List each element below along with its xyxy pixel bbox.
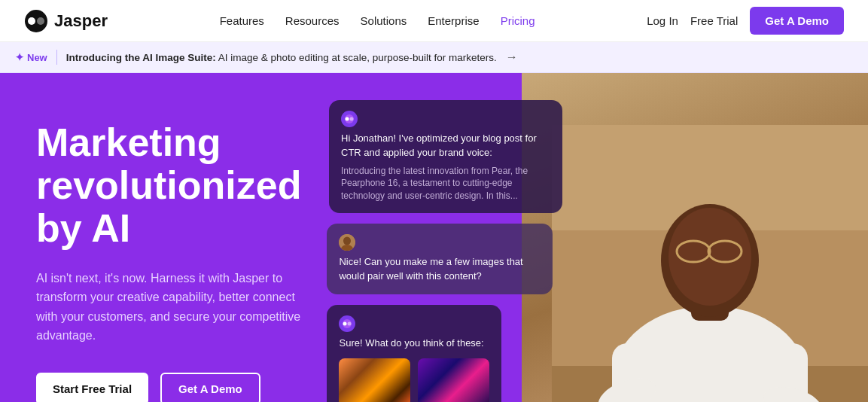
user-avatar-svg [339,234,355,251]
person-silhouette [552,125,868,402]
svg-point-26 [343,321,347,325]
nav-features[interactable]: Features [220,14,264,27]
chat-area: Hi Jonathan! I've optimized your blog po… [315,88,574,402]
bubble-1-body: Hi Jonathan! I've optimized your blog po… [341,132,550,160]
nav-pricing[interactable]: Pricing [501,14,535,27]
free-trial-link[interactable]: Free Trial [690,14,738,27]
ai-icon-2-svg [342,318,352,329]
navbar: Jasper Features Resources Solutions Ente… [0,0,868,42]
announcement-arrow[interactable]: → [506,50,518,64]
hero-title-line2: revolutionized by AI [36,163,301,250]
bubble-2-header [339,234,541,251]
bubble-1-header [341,111,550,127]
hero-title: Marketing revolutionized by AI [36,121,301,251]
svg-point-23 [343,237,351,245]
hero-left: Marketing revolutionized by AI AI isn't … [0,73,337,402]
hero-section: Marketing revolutionized by AI AI isn't … [0,73,868,402]
announcement-bold: Introducing the AI Image Suite: [66,52,216,63]
ai-icon-svg [344,114,355,124]
nav-enterprise[interactable]: Enterprise [428,14,479,27]
svg-point-21 [350,117,354,121]
bubble-2-body: Nice! Can you make me a few images that … [339,255,541,284]
svg-point-1 [28,17,35,25]
hero-buttons: Start Free Trial Get A Demo [36,373,301,402]
announcement-badge: ✦ New [15,51,47,63]
announcement-rest: AI image & photo editing at scale, purpo… [218,52,497,63]
jasper-logo-icon [24,9,48,33]
nav-resources[interactable]: Resources [285,14,340,27]
hero-subtitle: AI isn't next, it's now. Harness it with… [36,269,301,346]
get-demo-button[interactable]: Get A Demo [750,7,844,35]
bubble-3-body: Sure! What do you think of these: [339,337,489,351]
person-svg [552,125,868,402]
hero-right-inner: Jonathan Growth Marketer [337,73,868,402]
hero-get-demo-button[interactable]: Get A Demo [160,373,260,402]
bubble-images [339,358,489,402]
jasper-ai-icon [341,111,358,127]
svg-point-27 [348,321,352,325]
jasper-ai-icon-2 [339,315,355,332]
announcement-new-label: New [27,52,47,63]
announcement-divider [56,50,57,65]
hero-right: Jonathan Growth Marketer [337,73,868,402]
nav-solutions[interactable]: Solutions [361,14,407,27]
generated-image-2 [418,358,489,402]
bubble-3-header [339,315,489,332]
login-link[interactable]: Log In [647,14,678,27]
star-icon: ✦ [15,51,24,63]
announcement-text[interactable]: Introducing the AI Image Suite: AI image… [66,52,497,63]
brand-name: Jasper [54,11,108,31]
nav-actions: Log In Free Trial Get A Demo [647,7,844,35]
bubble-1-subtext: Introducing the latest innovation from P… [341,165,550,203]
chat-bubble-1: Hi Jonathan! I've optimized your blog po… [329,100,562,213]
generated-image-1 [339,358,410,402]
chat-bubble-2: Nice! Can you make me a few images that … [327,224,553,294]
svg-point-20 [346,117,349,121]
nav-links: Features Resources Solutions Enterprise … [220,14,535,27]
logo[interactable]: Jasper [24,9,108,33]
person-photo: Jonathan Growth Marketer [552,125,868,402]
start-free-trial-button[interactable]: Start Free Trial [36,373,148,402]
user-avatar [339,234,355,251]
svg-point-2 [37,17,44,25]
chat-bubble-3: Sure! What do you think of these: [327,305,501,402]
hero-title-line1: Marketing [36,120,221,164]
announcement-bar: ✦ New Introducing the AI Image Suite: AI… [0,42,868,73]
